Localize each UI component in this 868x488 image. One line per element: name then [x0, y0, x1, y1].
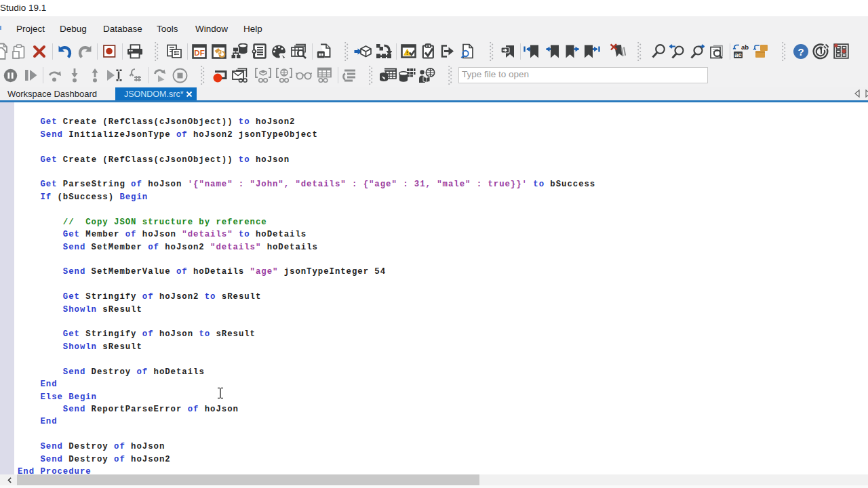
svg-text:?: ? — [797, 45, 804, 57]
svg-text:ac: ac — [734, 51, 742, 58]
svg-text:ab: ab — [741, 43, 749, 51]
svg-text:DF: DF — [194, 48, 204, 56]
